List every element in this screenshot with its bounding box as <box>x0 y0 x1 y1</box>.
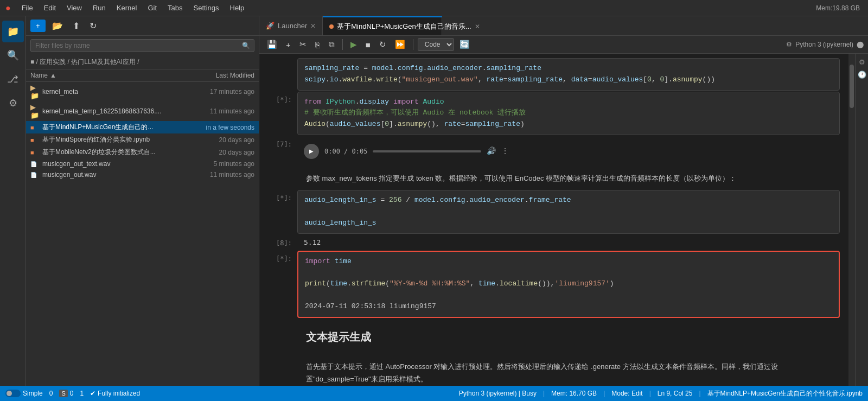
s-count: 0 <box>70 390 74 397</box>
app-logo: ● <box>0 3 16 13</box>
paste-button[interactable]: ⧉ <box>326 38 338 51</box>
cell-type-select[interactable]: Code <box>418 38 454 51</box>
new-file-button[interactable]: + <box>30 20 46 32</box>
add-tab-button[interactable]: + <box>442 16 458 35</box>
s-badge: S 0 <box>59 390 73 397</box>
tab-notebook[interactable]: 基于MindNLP+MusicGen生成自己的音乐... ✕ <box>323 16 442 35</box>
text-cell: 参数 max_new_tokens 指定要生成 token 数。根据经验，可以使… <box>297 168 848 189</box>
list-item[interactable]: ■ 基于MindNLP+MusicGen生成自己的... in a few se… <box>26 121 259 133</box>
s-icon: S <box>59 390 67 397</box>
list-item[interactable]: ■ 基于MobileNetv2的垃圾分类图数式自... 20 days ago <box>26 146 259 158</box>
tab-close-icon[interactable]: ✕ <box>475 23 480 30</box>
save-button[interactable]: 💾 <box>264 38 280 51</box>
cut-button[interactable]: ✂ <box>296 38 310 51</box>
copy-button[interactable]: ⎘ <box>312 39 323 51</box>
content-area: 🚀 Launcher ✕ 基于MindNLP+MusicGen生成自己的音乐..… <box>259 16 868 386</box>
cell-body: from IPython.display import Audio # 要收听生… <box>297 92 848 135</box>
separator: | <box>699 390 700 397</box>
menu-run[interactable]: Run <box>87 0 111 16</box>
list-item[interactable]: ▶ 📁 kernel_meta_temp_162251868637636....… <box>26 101 259 121</box>
cell-row: 首先基于文本提示，通过 AutoProcessor 对输入进行预处理。然后将预处… <box>259 356 848 386</box>
tab-close-icon[interactable]: ✕ <box>310 22 316 30</box>
file-name: 基于MindSpore的红酒分类实验.ipynb <box>42 135 178 144</box>
file-modified: in a few seconds <box>178 124 254 131</box>
more-options-icon[interactable]: ⋮ <box>501 147 509 156</box>
folder-icon: ▶ 📁 <box>30 84 40 100</box>
scroll-thumb <box>850 65 854 108</box>
cell-row: [7]: ▶ 0:00 / 0:05 🔊 ⋮ <box>259 136 848 167</box>
notebook-icon: ■ <box>30 137 40 143</box>
add-cell-button[interactable]: + <box>283 39 294 51</box>
list-item[interactable]: ■ 基于MindSpore的红酒分类实验.ipynb 20 days ago <box>26 133 259 146</box>
text-cell: 首先基于文本提示，通过 AutoProcessor 对输入进行预处理。然后将预处… <box>297 356 848 386</box>
list-item[interactable]: 📄 musicgen_out_text.wav 5 minutes ago <box>26 158 259 169</box>
separator: | <box>543 390 545 397</box>
icon-extensions[interactable]: ⚙ <box>2 92 24 114</box>
notebook-content[interactable]: sampling_rate = model.config.audio_encod… <box>259 54 848 386</box>
file-icon: 📄 <box>30 172 40 178</box>
cell-number: [*]: <box>259 190 297 233</box>
code-line: scipy.io.wavfile.write("musicgen_out.wav… <box>304 74 833 86</box>
toggle-switch[interactable] <box>5 390 21 397</box>
menu-edit[interactable]: Edit <box>39 0 61 16</box>
list-item[interactable]: 📄 musicgen_out.wav 11 minutes ago <box>26 169 259 180</box>
refresh-icon-btn[interactable]: ↻ <box>86 20 100 32</box>
stop-button[interactable]: ■ <box>362 39 374 51</box>
file-modified: 20 days ago <box>178 149 254 156</box>
settings-right-icon[interactable]: ⚙ <box>859 58 865 66</box>
code-line: Audio(audio_values[0].asnumpy(), rate=sa… <box>304 119 833 130</box>
plus-icon: + <box>36 22 40 30</box>
tab-launcher[interactable]: 🚀 Launcher ✕ <box>259 16 323 35</box>
cell-number: [7]: <box>259 136 297 167</box>
file-modified: 11 minutes ago <box>178 107 254 115</box>
sidebar: + 📂 ⬆ ↻ 🔍 ■ / 应用实践 / 热门LLM及其他AI应用 / Name… <box>26 16 259 386</box>
cell-number <box>259 319 297 355</box>
right-panel: ⚙ 🕐 <box>855 54 868 386</box>
menu-kernel[interactable]: Kernel <box>111 0 143 16</box>
run-button[interactable]: ▶ <box>347 38 360 51</box>
code-cell-highlighted[interactable]: import time print(time.strftime("%Y-%m-%… <box>297 251 840 318</box>
icon-git[interactable]: ⎇ <box>2 68 24 90</box>
menu-tabs[interactable]: Tabs <box>162 0 188 16</box>
code-cell[interactable]: audio_length_in_s = 256 / model.config.a… <box>297 190 840 233</box>
upload-icon-btn[interactable]: ⬆ <box>69 20 83 32</box>
cell-body: ▶ 0:00 / 0:05 🔊 ⋮ <box>297 136 848 167</box>
menu-help[interactable]: Help <box>225 0 250 16</box>
col-modified: Last Modified <box>178 72 254 79</box>
notebook-icon: ■ <box>30 124 40 131</box>
clock-icon[interactable]: 🕐 <box>858 71 866 79</box>
col-name[interactable]: Name ▲ <box>30 72 178 79</box>
code-cell[interactable]: sampling_rate = model.config.audio_encod… <box>297 58 840 91</box>
progress-bar[interactable] <box>373 150 481 152</box>
restart-button[interactable]: ↻ <box>376 38 390 51</box>
code-cell[interactable]: from IPython.display import Audio # 要收听生… <box>297 92 840 135</box>
file-name: 基于MobileNetv2的垃圾分类图数式自... <box>42 148 178 157</box>
icon-files[interactable]: 📁 <box>2 21 24 42</box>
simple-toggle[interactable]: Simple <box>5 390 43 397</box>
notebook-scrollbar[interactable] <box>848 54 855 386</box>
code-line: audio_length_in_s = 256 / model.config.a… <box>304 195 833 206</box>
menu-settings[interactable]: Settings <box>188 0 225 16</box>
cell-body: 首先基于文本提示，通过 AutoProcessor 对输入进行预处理。然后将预处… <box>297 356 848 386</box>
menu-view[interactable]: View <box>61 0 87 16</box>
cell-number: [*]: <box>259 251 297 318</box>
icon-search[interactable]: 🔍 <box>2 44 24 66</box>
menubar: ● File Edit View Run Kernel Git Tabs Set… <box>0 0 868 16</box>
menu-git[interactable]: Git <box>142 0 162 16</box>
list-item[interactable]: ▶ 📁 kernel_meta 17 minutes ago <box>26 82 259 101</box>
menu-file[interactable]: File <box>16 0 39 16</box>
search-input[interactable] <box>30 39 254 52</box>
sidebar-toolbar: + 📂 ⬆ ↻ <box>26 16 259 36</box>
volume-icon[interactable]: 🔊 <box>487 147 496 156</box>
cell-row: sampling_rate = model.config.audio_encod… <box>259 58 848 91</box>
settings-icon[interactable]: ⚙ <box>786 41 792 48</box>
folder-icon-btn[interactable]: 📂 <box>49 20 66 32</box>
launcher-icon: 🚀 <box>266 22 275 30</box>
kernel-name: Python 3 (ipykernel) <box>795 41 853 48</box>
code-line: audio_length_in_s <box>304 218 833 229</box>
file-list: Name ▲ Last Modified ▶ 📁 kernel_meta 17 … <box>26 69 259 386</box>
play-button[interactable]: ▶ <box>304 144 319 159</box>
tab-label: Launcher <box>278 22 307 30</box>
refresh-kernel-button[interactable]: 🔄 <box>456 38 473 51</box>
restart-run-button[interactable]: ⏩ <box>392 38 409 51</box>
